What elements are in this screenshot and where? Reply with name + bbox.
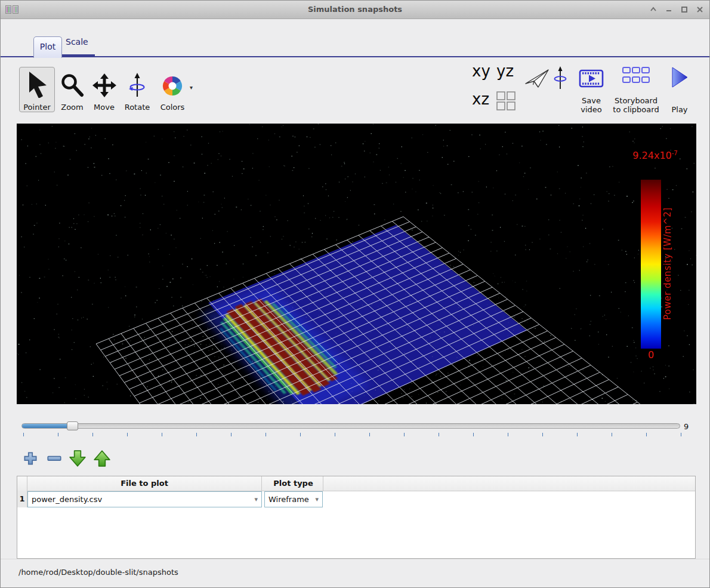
header-file-to-plot: File to plot [27, 476, 262, 491]
shade-button[interactable] [649, 5, 658, 14]
plot-type-combobox[interactable]: Wireframe ▾ [264, 491, 323, 507]
timeline-slider-track[interactable] [21, 423, 680, 429]
move-row-up-button[interactable] [93, 449, 111, 470]
row-index: 1 [17, 491, 27, 507]
colors-label: Colors [160, 103, 185, 112]
orbit-rotate-button[interactable] [552, 66, 569, 93]
zoom-icon [60, 73, 84, 100]
play-button[interactable]: Play [666, 66, 693, 114]
plot-viewport[interactable]: 9.24x10-7 0 Power density [W/m^2] [17, 124, 696, 404]
plot-type-value: Wireframe [268, 495, 313, 504]
fly-paper-plane-button[interactable] [523, 66, 551, 94]
timeline-max-label: 9 [684, 422, 689, 431]
rotate-label: Rotate [125, 103, 150, 112]
play-icon [671, 66, 689, 91]
scale-tab-underline [62, 54, 95, 57]
colors-dropdown-arrow[interactable]: ▾ [190, 84, 193, 91]
scene-3d[interactable] [17, 124, 696, 404]
files-table: File to plot Plot type 1 power_density.c… [17, 476, 696, 559]
app-window: Simulation snapshots Plot Scale [0, 0, 710, 588]
rotate-tool-button[interactable]: Rotate [122, 67, 153, 112]
storyboard-icon [622, 66, 650, 87]
file-combobox[interactable]: power_density.csv ▾ [27, 491, 262, 507]
tabbar-line [1, 56, 709, 57]
colorbar-axis-label: Power density [W/m^2] [662, 171, 673, 356]
status-bar: /home/rod/Desktop/double-slit/snapshots [1, 559, 709, 588]
header-plot-type: Plot type [264, 476, 323, 491]
add-row-button[interactable] [22, 450, 39, 470]
colors-tool-button[interactable]: Colors [157, 67, 188, 112]
file-combobox-value: power_density.csv [32, 495, 252, 504]
pointer-tool-button[interactable]: Pointer [19, 67, 55, 112]
timeline-slider-fill [22, 424, 71, 428]
window-title: Simulation snapshots [1, 5, 709, 14]
move-icon [92, 73, 116, 100]
working-directory-path: /home/rod/Desktop/double-slit/snapshots [18, 568, 178, 577]
header-rownum [17, 476, 27, 491]
colorbar-max-label: 9.24x10-7 [618, 150, 692, 161]
move-label: Move [94, 103, 115, 112]
titlebar: Simulation snapshots [1, 1, 709, 19]
view-xy-button[interactable]: xy [472, 62, 490, 80]
pointer-icon [25, 70, 49, 100]
chevron-down-icon: ▾ [315, 495, 319, 503]
grid-view-button[interactable] [496, 91, 516, 113]
tab-scale[interactable]: Scale [66, 37, 88, 47]
close-button[interactable] [695, 5, 705, 14]
save-video-button[interactable]: Save video [573, 66, 609, 114]
zoom-tool-button[interactable]: Zoom [58, 67, 87, 112]
storyboard-label: Storyboard to clipboard [613, 96, 659, 114]
colorbar-min-label: 0 [641, 349, 661, 361]
remove-row-button[interactable] [46, 450, 63, 470]
tab-bar: Plot Scale [1, 30, 709, 57]
color-wheel-icon [160, 74, 184, 100]
move-tool-button[interactable]: Move [90, 67, 118, 112]
view-xz-button[interactable]: xz [472, 90, 489, 108]
play-label: Play [671, 105, 687, 114]
maximize-button[interactable] [680, 5, 689, 14]
tab-plot[interactable]: Plot [33, 36, 62, 58]
timeline-slider-handle[interactable] [67, 421, 78, 430]
storyboard-button[interactable]: Storyboard to clipboard [613, 66, 659, 114]
save-video-icon [578, 66, 604, 93]
timeline-slider-ticks [23, 433, 682, 436]
pointer-label: Pointer [23, 103, 51, 112]
chevron-down-icon: ▾ [254, 495, 258, 503]
rotate-icon [125, 73, 149, 100]
view-yz-button[interactable]: yz [496, 62, 514, 80]
zoom-label: Zoom [61, 103, 83, 112]
move-row-down-button[interactable] [69, 449, 87, 470]
table-header: File to plot Plot type [17, 476, 695, 491]
minimize-button[interactable] [664, 5, 674, 14]
toolbar: Pointer Zoom M [1, 60, 709, 118]
save-video-label: Save video [573, 96, 609, 114]
colorbar [641, 180, 661, 349]
